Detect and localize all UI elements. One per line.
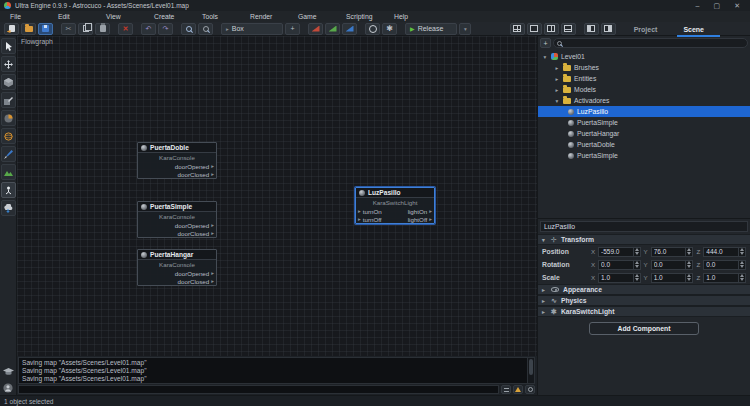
- stepper[interactable]: [685, 261, 692, 269]
- tree-item-activadores[interactable]: ▾ Activadores: [538, 95, 750, 106]
- stepper-up-icon[interactable]: [635, 261, 639, 264]
- output-port-doorclosed[interactable]: doorClosed▸: [178, 278, 214, 285]
- undo-button[interactable]: ↶: [141, 23, 156, 35]
- input-port-turnon[interactable]: ▸turnOn: [358, 208, 382, 215]
- number-input[interactable]: [704, 248, 738, 255]
- tree-item-brushes[interactable]: ▸ Brushes: [538, 62, 750, 73]
- node-header[interactable]: PuertaDoble: [138, 143, 216, 153]
- expander-right-icon[interactable]: ▸: [554, 76, 560, 82]
- stepper[interactable]: [738, 274, 745, 282]
- scale-x-field[interactable]: [598, 273, 641, 283]
- section-appearance[interactable]: ▸ Appearance: [538, 284, 750, 295]
- stepper[interactable]: [685, 274, 692, 282]
- console-scrollbar[interactable]: [527, 358, 534, 383]
- stepper-down-icon[interactable]: [687, 265, 691, 268]
- input-pin-icon[interactable]: ▸: [358, 208, 361, 214]
- scene-search[interactable]: [553, 38, 748, 48]
- search-input[interactable]: [564, 40, 744, 47]
- stepper-up-icon[interactable]: [687, 248, 691, 251]
- stepper[interactable]: [685, 248, 692, 256]
- settings-button[interactable]: ✱: [382, 23, 397, 35]
- primitive-dropdown[interactable]: ▸ Box: [221, 23, 283, 35]
- output-port-lighton[interactable]: lightOn▸: [408, 208, 432, 215]
- tree-item-puertasimple-2[interactable]: PuertaSimple: [538, 150, 750, 161]
- zoom-out-button[interactable]: [198, 23, 213, 35]
- add-component-button[interactable]: Add Component: [589, 322, 699, 335]
- menu-view[interactable]: View: [106, 13, 154, 20]
- stepper-down-icon[interactable]: [635, 252, 639, 255]
- menu-create[interactable]: Create: [154, 13, 202, 20]
- rotation-x-field[interactable]: [598, 260, 641, 270]
- stepper[interactable]: [633, 274, 640, 282]
- tree-item-puertahangar[interactable]: PuertaHangar: [538, 128, 750, 139]
- panel-right-toggle-button[interactable]: [601, 23, 616, 35]
- node-header[interactable]: PuertaSimple: [138, 202, 216, 212]
- paint-tool-button[interactable]: [1, 146, 16, 162]
- expander-down-icon[interactable]: ▾: [542, 54, 548, 60]
- expander-right-icon[interactable]: ▸: [542, 309, 547, 315]
- new-file-button[interactable]: [4, 23, 19, 35]
- menu-render[interactable]: Render: [250, 13, 298, 20]
- scale-y-field[interactable]: [651, 273, 694, 283]
- add-entity-button[interactable]: +: [540, 38, 551, 48]
- output-pin-icon[interactable]: ▸: [429, 208, 432, 214]
- cut-button[interactable]: ✂: [61, 23, 76, 35]
- vertex-tool-button[interactable]: [1, 128, 16, 144]
- warnings-filter-button[interactable]: [513, 385, 523, 394]
- number-input[interactable]: [704, 274, 738, 281]
- scrollbar-thumb[interactable]: [529, 359, 533, 375]
- layout-single-button[interactable]: [527, 23, 542, 35]
- gizmo-scale-button[interactable]: [342, 23, 357, 35]
- minimize-button[interactable]: –: [696, 1, 700, 10]
- menu-game[interactable]: Game: [298, 13, 346, 20]
- output-port-doorclosed[interactable]: doorClosed▸: [178, 171, 214, 178]
- expander-right-icon[interactable]: ▸: [542, 287, 547, 293]
- number-input[interactable]: [652, 248, 686, 255]
- console-input[interactable]: [18, 385, 499, 394]
- tab-scene[interactable]: Scene: [681, 24, 706, 34]
- position-y-field[interactable]: [651, 247, 694, 257]
- face-tool-button[interactable]: [1, 92, 16, 108]
- output-port-lightoff[interactable]: lightOff▸: [408, 216, 432, 223]
- node-puertasimple[interactable]: PuertaSimple KaraConsole doorOpened▸ doo…: [137, 201, 217, 238]
- errors-filter-button[interactable]: [525, 385, 535, 394]
- stepper[interactable]: [738, 261, 745, 269]
- number-input[interactable]: [652, 261, 686, 268]
- number-input[interactable]: [599, 274, 633, 281]
- gizmo-translate-button[interactable]: [308, 23, 323, 35]
- texture-tool-button[interactable]: [1, 110, 16, 126]
- tree-item-puertasimple-1[interactable]: PuertaSimple: [538, 117, 750, 128]
- output-pin-icon[interactable]: ▸: [211, 163, 214, 169]
- copy-button[interactable]: [78, 23, 93, 35]
- number-input[interactable]: [652, 274, 686, 281]
- menu-scripting[interactable]: Scripting: [346, 13, 394, 20]
- object-tool-button[interactable]: [1, 74, 16, 90]
- node-puertahangar[interactable]: PuertaHangar KaraConsole doorOpened▸ doo…: [137, 249, 217, 286]
- cloud-tool-button[interactable]: [1, 200, 16, 216]
- output-pin-icon[interactable]: ▸: [211, 171, 214, 177]
- stepper-up-icon[interactable]: [740, 248, 744, 251]
- zoom-in-button[interactable]: [181, 23, 196, 35]
- layout-vsplit-button[interactable]: [544, 23, 559, 35]
- tree-item-entities[interactable]: ▸ Entities: [538, 73, 750, 84]
- tab-project[interactable]: Project: [632, 24, 660, 34]
- input-pin-icon[interactable]: ▸: [358, 216, 361, 222]
- panel-left-toggle-button[interactable]: [584, 23, 599, 35]
- delete-button[interactable]: ✕: [118, 23, 133, 35]
- output-pin-icon[interactable]: ▸: [211, 278, 214, 284]
- menu-tools[interactable]: Tools: [202, 13, 250, 20]
- terrain-tool-button[interactable]: [1, 164, 16, 180]
- stepper[interactable]: [633, 248, 640, 256]
- input-port-turnoff[interactable]: ▸turnOff: [358, 216, 382, 223]
- gizmo-rotate-button[interactable]: [325, 23, 340, 35]
- redo-button[interactable]: ↷: [158, 23, 173, 35]
- rotation-z-field[interactable]: [703, 260, 746, 270]
- expander-right-icon[interactable]: ▸: [554, 87, 560, 93]
- output-pin-icon[interactable]: ▸: [211, 230, 214, 236]
- layout-hsplit-button[interactable]: [561, 23, 576, 35]
- output-pin-icon[interactable]: ▸: [211, 222, 214, 228]
- select-tool-button[interactable]: [1, 38, 16, 54]
- output-port-dooropened[interactable]: doorOpened▸: [175, 163, 214, 170]
- expander-down-icon[interactable]: ▾: [554, 98, 560, 104]
- rotation-y-field[interactable]: [651, 260, 694, 270]
